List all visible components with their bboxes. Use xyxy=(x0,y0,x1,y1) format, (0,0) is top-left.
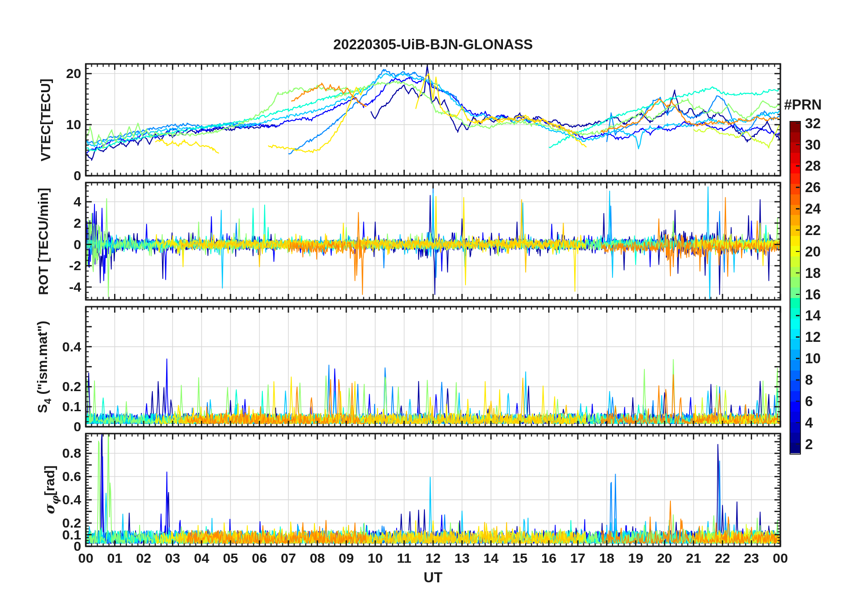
colorbar-tick-label: 22 xyxy=(805,223,821,237)
colorbar-tick xyxy=(796,144,800,146)
colorbar-tick xyxy=(796,401,800,402)
x-tick-label: 04 xyxy=(194,551,209,565)
x-tick-label: 11 xyxy=(397,551,412,565)
x-tick-label: 13 xyxy=(455,551,470,565)
y-axis-label-part: S xyxy=(35,404,50,413)
x-tick-label: 17 xyxy=(570,551,585,565)
colorbar-band-prn-5 xyxy=(790,402,800,412)
x-tick-label: 18 xyxy=(599,551,614,565)
colorbar-band-prn-3 xyxy=(790,422,800,433)
y-tick-label: 4 xyxy=(73,195,81,209)
colorbar-tick-label: 32 xyxy=(805,116,821,130)
colorbar-band-prn-23 xyxy=(790,215,800,225)
colorbar-band-prn-12 xyxy=(790,329,800,340)
colorbar-tick xyxy=(796,272,800,274)
x-tick-label: 19 xyxy=(628,551,643,565)
x-tick-label: 08 xyxy=(310,551,325,565)
colorbar-band-prn-25 xyxy=(790,194,800,205)
colorbar-tick xyxy=(796,187,800,188)
y-tick-label: 0.4 xyxy=(62,340,81,354)
y-tick-label: 2 xyxy=(73,216,81,230)
y-tick-label: 0.1 xyxy=(62,400,81,413)
colorbar-tick xyxy=(796,422,800,424)
colorbar-band-prn-9 xyxy=(790,360,800,371)
colorbar-band-prn-29 xyxy=(790,153,800,163)
y-axis-label-rot: ROT [TECU/min] xyxy=(36,188,51,295)
x-tick-label: 00 xyxy=(773,551,788,565)
x-tick-label: 09 xyxy=(339,551,354,565)
colorbar-tick-label: 16 xyxy=(805,287,821,301)
y-tick-label: 0.2 xyxy=(62,380,81,393)
y-axis-label-part: VTEC[TECU] xyxy=(38,78,53,162)
colorbar-band-prn-31 xyxy=(790,132,800,143)
colorbar-tick xyxy=(796,358,800,359)
y-tick-label: 0.2 xyxy=(62,516,81,530)
y-axis-label-part: ROT [TECU/min] xyxy=(36,188,51,295)
y-tick-label: -2 xyxy=(69,259,81,272)
colorbar-band-prn-17 xyxy=(790,277,800,288)
x-tick-label: 10 xyxy=(367,551,382,565)
y-tick-label: 0.6 xyxy=(62,470,81,483)
colorbar-tick xyxy=(796,123,800,124)
colorbar-tick xyxy=(796,379,800,381)
figure: 20220305-UiB-BJN-GLONASS 000102030405060… xyxy=(0,0,868,607)
x-tick-label: 22 xyxy=(715,551,730,565)
colorbar-tick xyxy=(796,208,800,209)
y-axis-label-part: φ xyxy=(49,496,61,505)
y-tick-label: 0 xyxy=(73,420,81,434)
colorbar-tick xyxy=(796,230,800,231)
colorbar-tick xyxy=(796,444,800,445)
colorbar-tick-label: 18 xyxy=(805,266,821,280)
colorbar-tick-label: 24 xyxy=(805,202,821,216)
chart-title: 20220305-UiB-BJN-GLONASS xyxy=(333,37,533,53)
y-axis-label-part: ("ism.mat") xyxy=(35,320,50,398)
x-tick-label: 21 xyxy=(686,551,701,565)
y-tick-label: 20 xyxy=(66,67,81,80)
colorbar-tick-label: 14 xyxy=(805,309,821,323)
y-axis-label-sigma_phi: σφ[rad] xyxy=(42,465,61,515)
x-tick-label: 14 xyxy=(483,551,498,565)
colorbar-tick-label: 8 xyxy=(805,373,813,387)
x-tick-label: 20 xyxy=(657,551,672,565)
colorbar-band-prn-11 xyxy=(790,339,800,350)
x-tick-label: 03 xyxy=(165,551,180,565)
colorbar-band-prn-28 xyxy=(790,163,800,174)
colorbar xyxy=(790,121,801,455)
colorbar-tick xyxy=(796,315,800,316)
colorbar-tick-label: 12 xyxy=(805,330,821,344)
colorbar-band-prn-19 xyxy=(790,256,800,267)
y-tick-label: -4 xyxy=(69,280,81,294)
chart-canvas xyxy=(0,0,868,607)
y-tick-label: 10 xyxy=(66,118,81,131)
colorbar-band-prn-26 xyxy=(790,184,800,194)
colorbar-tick-label: 28 xyxy=(805,159,821,173)
colorbar-band-prn-27 xyxy=(790,173,800,184)
colorbar-tick-label: 6 xyxy=(805,394,813,408)
y-axis-label-part: [rad] xyxy=(42,465,57,496)
colorbar-tick xyxy=(796,251,800,252)
x-tick-label: 16 xyxy=(541,551,556,565)
x-tick-label: 15 xyxy=(512,551,528,565)
colorbar-band-prn-6 xyxy=(790,391,800,402)
colorbar-tick xyxy=(796,165,800,167)
colorbar-band-prn-7 xyxy=(790,381,800,391)
colorbar-tick-label: 20 xyxy=(805,244,821,258)
colorbar-title: #PRN xyxy=(784,97,822,113)
colorbar-tick-label: 26 xyxy=(805,180,821,194)
y-tick-label: 0.8 xyxy=(62,446,81,460)
colorbar-band-prn-24 xyxy=(790,205,800,215)
y-axis-label-part: σ xyxy=(42,505,58,515)
colorbar-band-prn-4 xyxy=(790,412,800,422)
colorbar-band-prn-13 xyxy=(790,319,800,329)
colorbar-tick-label: 10 xyxy=(805,351,821,366)
colorbar-band-prn-2 xyxy=(790,433,800,443)
y-tick-label: 0.4 xyxy=(62,493,81,507)
colorbar-tick xyxy=(796,336,800,338)
colorbar-tick-label: 2 xyxy=(805,437,813,451)
x-tick-label: 05 xyxy=(223,551,238,565)
x-tick-label: 12 xyxy=(425,551,440,565)
colorbar-tick-label: 4 xyxy=(805,415,813,429)
x-tick-label: 02 xyxy=(136,551,151,565)
colorbar-band-prn-21 xyxy=(790,236,800,246)
y-axis-label-s4: S4 ("ism.mat") xyxy=(35,320,54,413)
